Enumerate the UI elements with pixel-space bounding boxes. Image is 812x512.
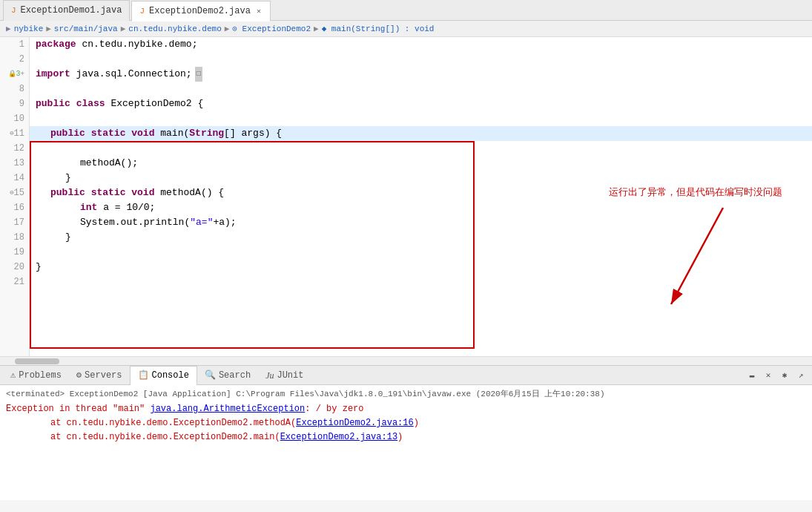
breadcrumb-project[interactable]: nybike: [14, 24, 44, 33]
code-line-12: [30, 141, 812, 156]
line-num-8: 8: [0, 82, 29, 96]
console-icon: 📋: [138, 366, 149, 385]
arithmetic-exception-link[interactable]: java.lang.ArithmeticException: [150, 404, 305, 414]
code-line-9: public class ExceptionDemo2 {: [30, 96, 812, 111]
tab-servers[interactable]: ⚙ Servers: [69, 366, 130, 385]
stack-trace-link-2[interactable]: ExceptionDemo2.java:13: [280, 432, 397, 442]
tab-bar: J ExceptionDemo1.java J ExceptionDemo2.j…: [0, 0, 812, 21]
scrollbar-thumb[interactable]: [15, 358, 59, 364]
code-line-3: import java.sql.Connection;□: [30, 67, 812, 82]
line-num-12: 12: [0, 141, 29, 156]
minimize-console-button[interactable]: ▬: [745, 369, 759, 382]
servers-icon: ⚙: [76, 366, 82, 385]
code-line-2: [30, 52, 812, 67]
line-num-13: 13: [0, 156, 29, 171]
breadcrumb-package[interactable]: cn.tedu.nybike.demo: [128, 24, 221, 33]
line-num-20: 20: [0, 260, 29, 275]
line-num-1: 1: [0, 37, 29, 52]
line-num-9: 9: [0, 96, 29, 111]
code-line-11: public static void main(String[] args) {: [30, 126, 812, 141]
breadcrumb-project-icon: ▶: [6, 24, 11, 33]
tab-exception-demo1[interactable]: J ExceptionDemo1.java: [3, 0, 130, 21]
line-num-17: 17: [0, 215, 29, 230]
line-numbers: 1 2 🔒3+ 8 9 10 ⊖11 12 13 14 ⊖15 16 17 18…: [0, 37, 30, 356]
tab-junit[interactable]: Ju JUnit: [258, 366, 311, 385]
stack-trace-link-1[interactable]: ExceptionDemo2.java:16: [296, 418, 413, 428]
line-num-14: 14: [0, 171, 29, 186]
bottom-panel: ⚠ Problems ⚙ Servers 📋 Console 🔍 Search …: [0, 365, 812, 500]
horizontal-scrollbar[interactable]: [0, 356, 812, 365]
code-line-14: }: [30, 171, 812, 186]
line-num-19: 19: [0, 245, 29, 260]
error-line-1: Exception in thread "main" java.lang.Ari…: [6, 402, 806, 416]
external-console-button[interactable]: ↗: [794, 369, 808, 382]
breadcrumb-method[interactable]: ◆ main(String[]) : void: [322, 24, 435, 33]
line-num-21: 21: [0, 275, 29, 289]
java-file-icon: J: [11, 6, 16, 15]
line-num-11: ⊖11: [0, 126, 29, 141]
code-line-13: methodA();: [30, 156, 812, 171]
problems-icon: ⚠: [10, 366, 16, 385]
bottom-tab-bar: ⚠ Problems ⚙ Servers 📋 Console 🔍 Search …: [0, 366, 812, 385]
error-line-3: at cn.tedu.nybike.demo.ExceptionDemo2.ma…: [6, 430, 806, 444]
tab-problems[interactable]: ⚠ Problems: [3, 366, 69, 385]
line-num-2: 2: [0, 52, 29, 67]
tab-close-button[interactable]: ✕: [255, 6, 263, 16]
tab-label-1: ExceptionDemo1.java: [21, 5, 122, 16]
tab-label-2: ExceptionDemo2.java: [149, 6, 251, 16]
line-num-16: 16: [0, 200, 29, 215]
tab-console[interactable]: 📋 Console: [130, 366, 197, 385]
breadcrumb-folder[interactable]: src/main/java: [54, 24, 118, 33]
console-toolbar-icons: ▬ ✕ ✱ ↗: [745, 369, 812, 382]
breadcrumb: ▶ nybike ▶ src/main/java ▶ cn.tedu.nybik…: [0, 21, 812, 37]
tab-search[interactable]: 🔍 Search: [197, 366, 258, 385]
line-num-3: 🔒3+: [0, 67, 29, 82]
search-icon: 🔍: [205, 366, 216, 385]
annotation-arrow: [627, 200, 790, 349]
settings-console-button[interactable]: ✱: [778, 369, 791, 382]
breadcrumb-class[interactable]: ⊙ ExceptionDemo2: [232, 24, 311, 33]
junit-icon: Ju: [265, 366, 274, 385]
editor-area: 1 2 🔒3+ 8 9 10 ⊖11 12 13 14 ⊖15 16 17 18…: [0, 37, 812, 356]
code-line-1: package cn.tedu.nybike.demo;: [30, 37, 812, 52]
close-console-button[interactable]: ✕: [762, 369, 775, 382]
java-file-icon-2: J: [139, 7, 145, 16]
code-line-8: [30, 82, 812, 96]
line-num-15: ⊖15: [0, 186, 29, 200]
right-annotation: 运行出了异常，但是代码在编写时没问题: [609, 186, 782, 199]
error-line-2: at cn.tedu.nybike.demo.ExceptionDemo2.me…: [6, 416, 806, 430]
svg-line-1: [671, 208, 723, 304]
code-line-10: [30, 111, 812, 126]
line-num-10: 10: [0, 111, 29, 126]
line-num-18: 18: [0, 230, 29, 245]
tab-exception-demo2[interactable]: J ExceptionDemo2.java ✕: [131, 1, 270, 22]
console-output: <terminated> ExceptionDemo2 [Java Applic…: [0, 385, 812, 500]
console-status-line: <terminated> ExceptionDemo2 [Java Applic…: [6, 388, 806, 399]
console-error-output: Exception in thread "main" java.lang.Ari…: [6, 402, 806, 445]
